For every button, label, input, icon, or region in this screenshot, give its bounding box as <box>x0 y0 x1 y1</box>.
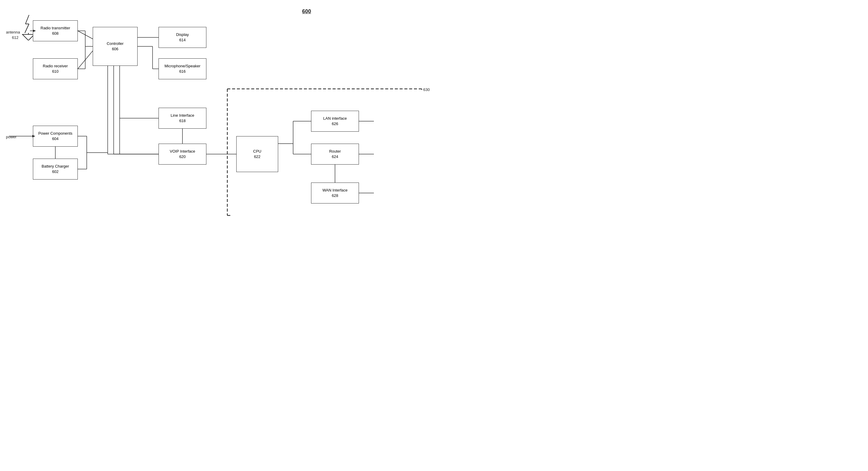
cpu-box: CPU 622 <box>236 136 278 172</box>
mic-speaker-box: Microphone/Speaker 616 <box>158 58 206 79</box>
dashed-num: 630 <box>423 87 430 92</box>
voip-box: VOIP Interface 620 <box>158 144 206 165</box>
power-components-box: Power Components 604 <box>33 126 78 147</box>
battery-charger-box: Battery Charger 602 <box>33 158 78 180</box>
antenna-num: 612 <box>12 35 19 40</box>
wan-box: WAN Interface 628 <box>311 182 359 204</box>
svg-line-8 <box>78 51 93 69</box>
line-interface-box: Line Interface 618 <box>158 108 206 129</box>
display-box: Display 614 <box>158 27 206 48</box>
radio-receiver-box: Radio receiver 610 <box>33 58 78 79</box>
svg-line-2 <box>25 24 29 33</box>
diagram-title: 600 <box>302 8 311 14</box>
router-box: Router 624 <box>311 144 359 165</box>
radio-transmitter-box: Radio transmitter 608 <box>33 20 78 41</box>
svg-line-0 <box>25 15 29 24</box>
power-label: power <box>6 135 17 139</box>
svg-line-7 <box>78 31 93 39</box>
diagram: 600 antenna 612 Radio transmitter 608 Ra… <box>0 0 434 235</box>
controller-box: Controller 606 <box>93 27 137 66</box>
svg-marker-3 <box>23 34 34 40</box>
antenna-label: antenna <box>6 30 20 34</box>
lan-box: LAN interface 626 <box>311 111 359 132</box>
